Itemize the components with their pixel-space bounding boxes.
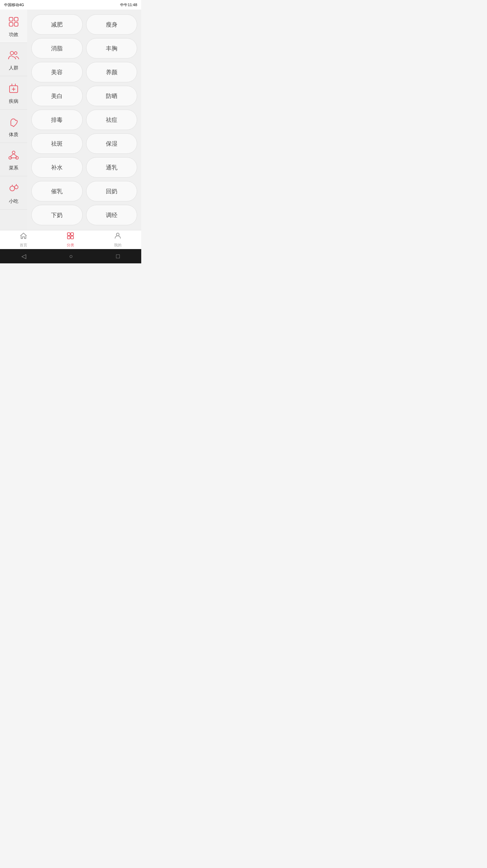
- tag-btn-美白[interactable]: 美白: [31, 86, 83, 106]
- tag-btn-丰胸[interactable]: 丰胸: [86, 38, 137, 59]
- tag-row-0: 减肥瘦身: [31, 14, 137, 35]
- tag-btn-催乳[interactable]: 催乳: [31, 181, 83, 201]
- renqun-icon: [7, 49, 20, 63]
- svg-rect-22: [71, 236, 74, 239]
- sidebar-label-tizhi: 体质: [9, 132, 18, 138]
- tag-btn-防晒[interactable]: 防晒: [86, 86, 137, 106]
- recents-icon[interactable]: □: [116, 253, 120, 260]
- caixi-icon: [7, 149, 20, 163]
- sidebar-item-tizhi[interactable]: 体质: [0, 110, 27, 143]
- svg-point-23: [116, 233, 119, 236]
- sidebar-label-renqun: 人群: [9, 65, 18, 71]
- tag-btn-祛痘[interactable]: 祛痘: [86, 110, 137, 130]
- back-icon[interactable]: ◁: [21, 252, 26, 260]
- svg-rect-2: [9, 22, 13, 26]
- sidebar-item-caixi[interactable]: 菜系: [0, 143, 27, 176]
- nav-mine[interactable]: 我的: [94, 230, 141, 249]
- tag-btn-瘦身[interactable]: 瘦身: [86, 14, 137, 35]
- tag-row-6: 补水通乳: [31, 157, 137, 178]
- tag-row-2: 美容养颜: [31, 62, 137, 82]
- tag-btn-保湿[interactable]: 保湿: [86, 133, 137, 154]
- tizhi-icon: [7, 116, 20, 130]
- tag-row-3: 美白防晒: [31, 86, 137, 106]
- tag-btn-通乳[interactable]: 通乳: [86, 157, 137, 178]
- svg-point-15: [10, 186, 15, 191]
- tag-btn-养颜[interactable]: 养颜: [86, 62, 137, 82]
- nav-home[interactable]: 首页: [0, 230, 47, 249]
- svg-rect-19: [67, 233, 70, 235]
- svg-rect-3: [14, 22, 18, 26]
- tag-btn-调经[interactable]: 调经: [86, 205, 137, 225]
- sidebar: 功效 人群: [0, 10, 27, 230]
- svg-point-9: [12, 151, 15, 154]
- nav-category-label: 分类: [67, 243, 74, 248]
- svg-rect-20: [71, 233, 74, 235]
- android-nav: ◁ ○ □: [0, 249, 141, 263]
- main-container: 功效 人群: [0, 10, 141, 230]
- mine-icon: [114, 232, 122, 242]
- tag-row-1: 消脂丰胸: [31, 38, 137, 59]
- status-bar: 中国移动4G 中午11:48: [0, 0, 141, 10]
- category-icon: [66, 232, 75, 242]
- gongxiao-icon: [7, 16, 20, 30]
- tag-row-8: 下奶调经: [31, 205, 137, 225]
- tag-row-5: 祛斑保湿: [31, 133, 137, 154]
- svg-rect-21: [67, 236, 70, 239]
- sidebar-item-jibing[interactable]: 疾病: [0, 76, 27, 110]
- carrier-text: 中国移动4G: [4, 2, 24, 7]
- tag-row-4: 排毒祛痘: [31, 110, 137, 130]
- home-circle-icon[interactable]: ○: [69, 253, 73, 260]
- tag-btn-补水[interactable]: 补水: [31, 157, 83, 178]
- jibing-icon: [7, 82, 20, 96]
- tag-btn-美容[interactable]: 美容: [31, 62, 83, 82]
- content-area: 减肥瘦身消脂丰胸美容养颜美白防晒排毒祛痘祛斑保湿补水通乳催乳回奶下奶调经: [27, 10, 141, 230]
- nav-home-label: 首页: [20, 243, 27, 248]
- tag-btn-祛斑[interactable]: 祛斑: [31, 133, 83, 154]
- bottom-nav: 首页 分类 我的: [0, 230, 141, 249]
- tag-btn-排毒[interactable]: 排毒: [31, 110, 83, 130]
- home-icon: [19, 232, 28, 242]
- tag-btn-回奶[interactable]: 回奶: [86, 181, 137, 201]
- sidebar-label-caixi: 菜系: [9, 165, 18, 171]
- svg-point-4: [10, 51, 14, 55]
- sidebar-item-renqun[interactable]: 人群: [0, 43, 27, 76]
- svg-point-5: [14, 52, 17, 54]
- time-text: 中午11:48: [120, 2, 137, 7]
- svg-point-16: [15, 185, 18, 189]
- svg-line-13: [14, 154, 17, 157]
- tag-row-7: 催乳回奶: [31, 181, 137, 201]
- nav-mine-label: 我的: [114, 243, 121, 248]
- xiaochi-icon: [7, 182, 20, 196]
- sidebar-item-xiaochi[interactable]: 小吃: [0, 176, 27, 210]
- sidebar-item-gongxiao[interactable]: 功效: [0, 10, 27, 43]
- svg-rect-0: [9, 17, 13, 21]
- nav-category[interactable]: 分类: [47, 230, 94, 249]
- svg-line-12: [10, 154, 14, 157]
- sidebar-label-xiaochi: 小吃: [9, 198, 18, 204]
- sidebar-label-jibing: 疾病: [9, 98, 18, 104]
- svg-rect-1: [14, 17, 18, 21]
- sidebar-label-gongxiao: 功效: [9, 32, 18, 38]
- tag-btn-消脂[interactable]: 消脂: [31, 38, 83, 59]
- status-right: 中午11:48: [120, 2, 137, 7]
- tag-btn-下奶[interactable]: 下奶: [31, 205, 83, 225]
- tag-btn-减肥[interactable]: 减肥: [31, 14, 83, 35]
